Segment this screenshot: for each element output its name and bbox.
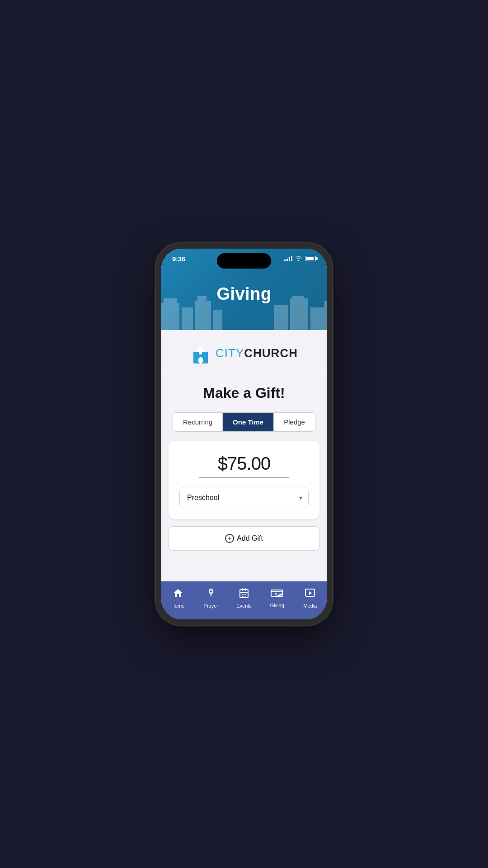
dynamic-island — [217, 253, 271, 269]
logo-city: CITY — [216, 346, 244, 360]
nav-prayer-label: Prayer — [204, 603, 218, 609]
tab-recurring[interactable]: Recurring — [173, 413, 223, 431]
add-gift-button[interactable]: + Add Gift — [169, 526, 319, 551]
nav-media[interactable]: Media — [294, 586, 327, 610]
page-title: Giving — [216, 284, 271, 304]
add-gift-label: Add Gift — [237, 534, 263, 542]
svg-rect-22 — [242, 596, 243, 597]
nav-media-label: Media — [303, 603, 317, 609]
media-icon — [305, 588, 315, 601]
nav-giving-label: Giving — [270, 603, 284, 608]
phone-screen: 9:36 — [161, 249, 327, 619]
svg-rect-5 — [213, 310, 222, 330]
bottom-navigation: Home Prayer — [161, 581, 327, 619]
svg-rect-8 — [292, 296, 304, 330]
nav-events[interactable]: Events — [227, 586, 260, 610]
events-icon — [239, 588, 249, 601]
gift-heading: Make a Gift! — [203, 385, 285, 401]
church-logo-icon — [190, 343, 211, 363]
nav-home[interactable]: Home — [161, 586, 194, 610]
svg-rect-10 — [324, 301, 327, 330]
nav-events-label: Events — [236, 603, 252, 609]
main-content: CITYCHURCH Make a Gift! Recurring One Ti… — [161, 330, 327, 581]
fund-dropdown-wrapper: Preschool General Fund Building Fund Mis… — [179, 487, 309, 508]
amount-display[interactable]: $75.00 — [199, 453, 289, 478]
gift-type-tabs: Recurring One Time Pledge — [173, 412, 315, 432]
svg-rect-13 — [197, 349, 205, 352]
logo-section: CITYCHURCH — [161, 330, 327, 371]
svg-rect-1 — [164, 298, 177, 330]
svg-marker-27 — [309, 591, 312, 595]
battery-icon — [305, 256, 316, 261]
giving-icon: $ — [271, 588, 283, 601]
svg-rect-20 — [244, 594, 244, 595]
svg-rect-19 — [242, 594, 243, 595]
status-icons — [284, 255, 316, 262]
home-icon — [173, 588, 183, 601]
svg-text:$: $ — [275, 593, 277, 598]
status-time: 9:36 — [172, 255, 185, 263]
fund-dropdown[interactable]: Preschool General Fund Building Fund Mis… — [179, 487, 309, 508]
signal-icon — [284, 256, 292, 261]
gift-card: $75.00 Preschool General Fund Building F… — [169, 441, 319, 519]
phone-frame: 9:36 — [156, 243, 332, 625]
svg-rect-9 — [310, 307, 324, 330]
nav-home-label: Home — [171, 603, 184, 609]
nav-giving[interactable]: $ Giving — [261, 586, 294, 610]
svg-rect-2 — [182, 307, 193, 330]
logo-text: CITYCHURCH — [216, 346, 298, 360]
tab-pledge[interactable]: Pledge — [274, 413, 315, 431]
tab-onetime[interactable]: One Time — [223, 413, 274, 431]
logo-church: CHURCH — [244, 346, 298, 360]
plus-icon: + — [225, 534, 234, 543]
svg-rect-23 — [244, 596, 244, 597]
svg-rect-21 — [245, 594, 246, 595]
nav-prayer[interactable]: Prayer — [194, 586, 227, 610]
svg-rect-4 — [197, 296, 206, 330]
svg-rect-14 — [198, 357, 203, 363]
svg-rect-6 — [274, 305, 288, 330]
wifi-icon — [295, 255, 302, 262]
prayer-icon — [206, 588, 216, 601]
